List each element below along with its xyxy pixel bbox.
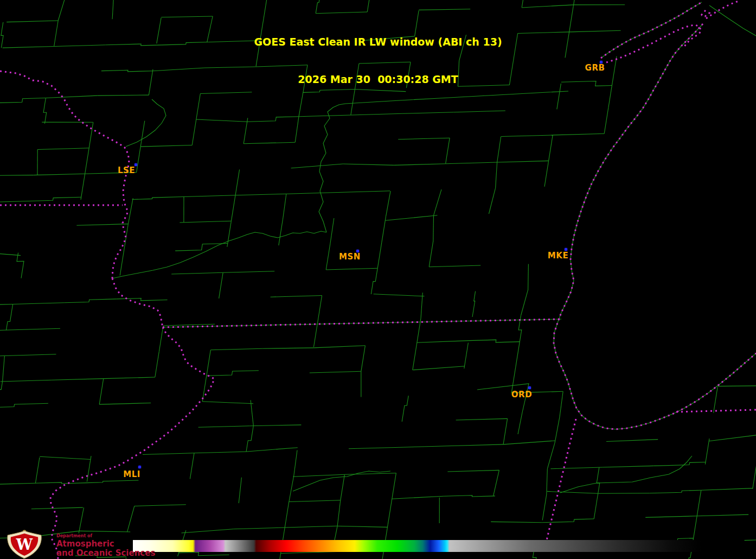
county-line	[349, 447, 400, 449]
county-line	[244, 142, 295, 144]
county-line	[469, 340, 520, 342]
county-line	[649, 490, 701, 493]
county-line	[452, 444, 503, 446]
county-line	[178, 552, 229, 556]
il-in-border	[545, 419, 576, 548]
county-line	[745, 539, 756, 541]
county-line	[140, 145, 192, 147]
county-line	[560, 391, 563, 417]
county-line	[184, 195, 235, 197]
county-line	[326, 268, 377, 270]
county-line	[99, 379, 104, 405]
county-line	[547, 443, 555, 469]
county-line	[402, 112, 454, 114]
station-label-LSE: LSE	[118, 166, 135, 175]
county-line	[207, 350, 211, 376]
county-line	[293, 474, 344, 477]
county-line	[196, 119, 247, 122]
county-line	[190, 453, 194, 479]
county-line	[494, 470, 499, 496]
county-line	[553, 134, 604, 135]
logo-department-line: Department of	[56, 534, 155, 538]
uw-aos-logo: W Department of Atmospheric and Oceanic …	[3, 530, 155, 559]
county-line	[7, 304, 13, 331]
uw-crest-icon: W	[3, 530, 46, 559]
county-line	[13, 303, 65, 304]
county-line	[89, 122, 93, 148]
county-line	[385, 215, 437, 221]
county-line	[555, 417, 560, 443]
county-line	[0, 356, 4, 358]
county-line	[285, 526, 336, 528]
county-line	[402, 396, 408, 422]
county-line	[337, 500, 341, 526]
county-line	[202, 402, 253, 404]
county-line	[31, 507, 83, 509]
county-line	[446, 138, 450, 164]
county-line	[497, 137, 501, 163]
county-line	[310, 371, 361, 373]
county-line	[9, 328, 60, 330]
county-line	[207, 371, 259, 376]
county-line	[76, 224, 128, 226]
county-line	[522, 5, 573, 8]
county-line	[753, 463, 756, 489]
county-line	[87, 480, 138, 483]
county-line	[701, 488, 753, 491]
river-line	[560, 456, 692, 493]
county-line	[239, 478, 241, 503]
county-line	[400, 446, 452, 448]
county-line	[0, 304, 13, 308]
county-line	[367, 0, 371, 12]
county-line	[140, 121, 145, 147]
image-title: GOES East Clean IR LW window (ABI ch 13)…	[0, 11, 756, 111]
county-line	[246, 426, 253, 452]
county-line	[654, 462, 706, 466]
county-line	[501, 135, 553, 137]
county-line	[163, 324, 215, 326]
county-line	[159, 326, 163, 352]
county-line	[128, 198, 133, 224]
county-line	[299, 115, 351, 117]
county-line	[289, 476, 294, 502]
county-line	[429, 265, 480, 267]
county-line	[3, 356, 5, 382]
satellite-image-viewer: GOES East Clean IR LW window (ABI ch 13)…	[0, 0, 756, 559]
county-line	[182, 529, 234, 533]
county-line	[17, 253, 24, 278]
county-line	[598, 493, 650, 494]
county-line	[0, 382, 3, 408]
county-line	[338, 191, 390, 193]
county-line	[602, 466, 654, 467]
crest-letter: W	[16, 536, 33, 553]
county-line	[35, 482, 87, 484]
county-line	[231, 195, 235, 221]
county-line	[503, 441, 555, 444]
county-line	[251, 400, 253, 425]
county-line	[81, 174, 85, 200]
county-line	[343, 164, 394, 165]
county-line	[528, 264, 529, 290]
county-line	[693, 516, 697, 542]
county-line	[419, 9, 470, 10]
county-line	[697, 490, 701, 516]
station-label-MLI: MLI	[123, 469, 140, 479]
county-line	[155, 352, 159, 378]
county-line	[0, 403, 48, 407]
county-line	[718, 386, 756, 386]
county-line	[313, 321, 318, 347]
county-line	[246, 448, 298, 452]
county-line	[456, 418, 508, 420]
county-line	[223, 271, 274, 273]
county-line	[447, 470, 499, 472]
river-line	[293, 471, 390, 491]
logo-text: Department of Atmospheric and Oceanic Sc…	[56, 530, 155, 557]
temperature-colorbar	[133, 540, 701, 552]
mississippi-river-lower	[50, 327, 214, 559]
county-line	[134, 505, 186, 506]
county-line	[326, 244, 330, 270]
county-line	[271, 296, 322, 297]
county-line	[606, 440, 658, 442]
county-line	[374, 294, 425, 296]
county-line	[277, 554, 281, 559]
